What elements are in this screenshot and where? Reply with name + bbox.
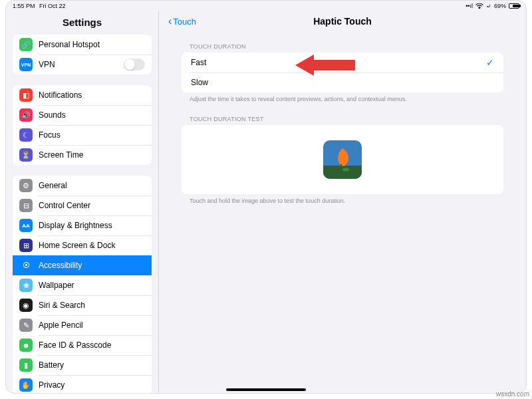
sidebar-item-label: Home Screen & Dock (39, 241, 115, 250)
sidebar-item-label: General (39, 181, 67, 190)
sidebar-item-label: Face ID & Passcode (39, 340, 111, 350)
battery-pct: 69% (494, 3, 506, 9)
page-title: Haptic Touch (313, 16, 372, 27)
sidebar-item-personal-hotspot[interactable]: 🔗 Personal Hotspot (13, 35, 152, 55)
status-left: 1:55 PM Fri Oct 22 (13, 3, 68, 9)
sidebar-group-alerts: ◧ Notifications 🔊 Sounds ☾ Focus ⏳ Scree… (13, 85, 152, 165)
status-time: 1:55 PM (13, 3, 35, 9)
wallpaper-icon: ❀ (19, 279, 33, 292)
sidebar-item-privacy[interactable]: ✋ Privacy (13, 375, 152, 393)
sidebar-item-label: Siri & Search (39, 301, 85, 310)
chevron-left-icon: ‹ (168, 15, 172, 27)
back-button[interactable]: ‹ Touch (168, 15, 196, 27)
sidebar-item-label: Display & Brightness (39, 221, 112, 230)
sidebar-item-label: Notifications (39, 90, 82, 100)
main-panel: ‹ Touch Haptic Touch TOUCH DURATION Fast… (159, 11, 526, 393)
face-id-icon: ☻ (19, 338, 33, 352)
sidebar-item-face-id[interactable]: ☻ Face ID & Passcode (13, 335, 152, 355)
touch-duration-footer: Adjust the time it takes to reveal conte… (182, 92, 503, 110)
duration-option-slow[interactable]: Slow (182, 72, 503, 92)
main-body[interactable]: TOUCH DURATION Fast ✓ Slow Adjust the ti… (159, 34, 526, 393)
general-icon: ⚙ (19, 179, 33, 192)
status-bar: 1:55 PM Fri Oct 22 ••ıl ⤾ 69% (6, 1, 526, 11)
display-icon: AA (19, 219, 33, 232)
svg-point-2 (342, 168, 349, 172)
battery-icon (509, 3, 519, 9)
sidebar-item-notifications[interactable]: ◧ Notifications (13, 85, 152, 105)
test-image[interactable] (323, 140, 362, 179)
sidebar-item-label: Focus (39, 130, 61, 140)
settings-sidebar: Settings 🔗 Personal Hotspot VPN VPN (6, 11, 158, 393)
sidebar-item-display[interactable]: AA Display & Brightness (13, 215, 152, 235)
duration-test-footer: Touch and hold the image above to test t… (182, 194, 503, 212)
sidebar-item-label: Control Center (39, 201, 90, 210)
sidebar-item-label: Wallpaper (39, 281, 74, 290)
sidebar-item-label: Sounds (39, 110, 66, 120)
back-label: Touch (173, 17, 196, 27)
sidebar-item-control-center[interactable]: ⊟ Control Center (13, 196, 152, 215)
sidebar-scroll[interactable]: 🔗 Personal Hotspot VPN VPN ◧ Notificatio… (6, 35, 158, 393)
sidebar-item-wallpaper[interactable]: ❀ Wallpaper (13, 275, 152, 295)
battery-settings-icon: ▮ (19, 358, 33, 372)
duration-option-fast[interactable]: Fast ✓ (182, 53, 503, 72)
home-screen-icon: ⊞ (19, 239, 33, 252)
sidebar-item-label: VPN (39, 60, 55, 69)
duration-test-header: TOUCH DURATION TEST (182, 110, 503, 125)
wifi-icon (475, 3, 483, 10)
home-indicator[interactable] (226, 388, 306, 391)
svg-rect-1 (323, 166, 362, 179)
sounds-icon: 🔊 (19, 108, 33, 122)
notifications-icon: ◧ (19, 88, 33, 102)
hotspot-icon: 🔗 (19, 38, 33, 51)
sidebar-item-focus[interactable]: ☾ Focus (13, 125, 152, 145)
status-date: Fri Oct 22 (39, 3, 66, 9)
sidebar-item-label: Accessibility (39, 261, 82, 270)
siri-icon: ◉ (19, 299, 33, 312)
privacy-icon: ✋ (19, 378, 33, 392)
main-header: ‹ Touch Haptic Touch (159, 11, 526, 34)
pencil-icon: ✎ (19, 319, 33, 332)
touch-duration-header: TOUCH DURATION (182, 38, 503, 53)
signal-icon: ••ıl (466, 3, 473, 9)
sidebar-item-sounds[interactable]: 🔊 Sounds (13, 105, 152, 125)
sidebar-item-siri[interactable]: ◉ Siri & Search (13, 295, 152, 315)
focus-icon: ☾ (19, 128, 33, 142)
rotation-lock-icon: ⤾ (486, 3, 491, 9)
sidebar-item-label: Personal Hotspot (39, 40, 100, 49)
accessibility-icon: ⦿ (19, 259, 33, 272)
sidebar-item-apple-pencil[interactable]: ✎ Apple Pencil (13, 315, 152, 335)
device-frame: 1:55 PM Fri Oct 22 ••ıl ⤾ 69% Settings 🔗… (5, 0, 527, 394)
sidebar-item-label: Privacy (39, 380, 65, 390)
sidebar-title: Settings (6, 11, 158, 35)
checkmark-icon: ✓ (486, 57, 494, 68)
control-center-icon: ⊟ (19, 199, 33, 212)
option-label: Slow (191, 78, 208, 87)
vpn-toggle[interactable] (124, 59, 145, 70)
sidebar-item-label: Battery (39, 360, 64, 370)
vpn-icon: VPN (19, 58, 33, 71)
option-label: Fast (191, 58, 206, 67)
duration-test-card (182, 125, 503, 194)
sidebar-item-label: Apple Pencil (39, 321, 83, 330)
watermark: wsxdn.com (496, 390, 529, 398)
screen-time-icon: ⏳ (19, 148, 33, 162)
status-right: ••ıl ⤾ 69% (463, 3, 519, 10)
sidebar-item-general[interactable]: ⚙ General (13, 176, 152, 196)
touch-duration-list: Fast ✓ Slow (182, 53, 503, 92)
sidebar-item-accessibility[interactable]: ⦿ Accessibility (13, 255, 152, 275)
sidebar-item-home-screen[interactable]: ⊞ Home Screen & Dock (13, 235, 152, 255)
sidebar-group-connectivity: 🔗 Personal Hotspot VPN VPN (13, 35, 152, 74)
sidebar-item-vpn[interactable]: VPN VPN (13, 55, 152, 74)
sidebar-item-screen-time[interactable]: ⏳ Screen Time (13, 145, 152, 165)
sidebar-group-main: ⚙ General ⊟ Control Center AA Display & … (13, 176, 152, 393)
sidebar-item-battery[interactable]: ▮ Battery (13, 355, 152, 375)
sidebar-item-label: Screen Time (39, 150, 83, 160)
content-area: Settings 🔗 Personal Hotspot VPN VPN (6, 11, 526, 393)
